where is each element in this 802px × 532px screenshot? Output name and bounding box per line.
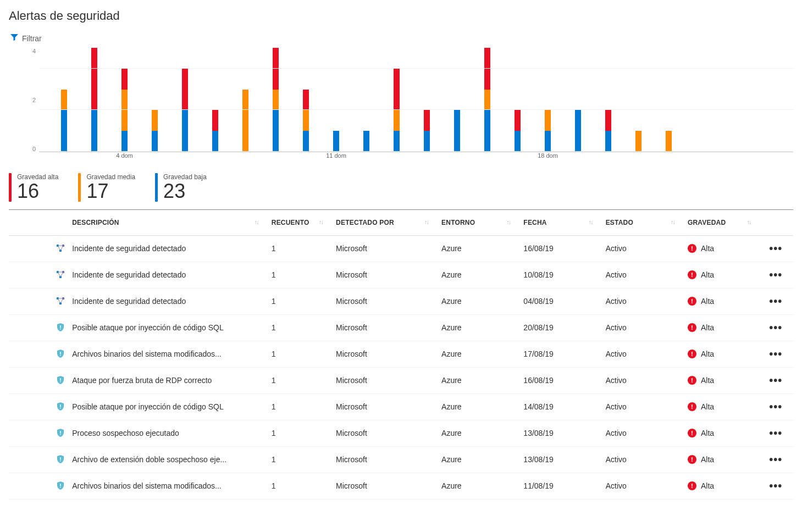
cell-recuento: 1 [272,288,336,314]
cell-descripcion: Posible ataque por inyección de código S… [72,314,272,341]
cell-gravedad: !Alta [688,314,764,341]
chart-bar[interactable] [635,48,641,152]
row-expand[interactable] [9,288,56,314]
col-recuento[interactable]: Recuento↑↓ [272,210,336,236]
severity-tile-high[interactable]: Gravedad alta16 [9,173,58,202]
row-expand[interactable] [9,235,56,262]
row-more-button[interactable]: ••• [769,374,782,386]
chart-bar[interactable] [484,48,490,152]
chart-bar[interactable] [91,48,97,152]
chart-bar[interactable] [333,48,339,152]
cell-descripcion: Archivos binarios del sistema modificado… [72,341,272,367]
row-more-button[interactable]: ••• [769,295,782,307]
col-descripcion[interactable]: Descripción↑↓ [72,210,272,236]
svg-rect-26 [60,431,61,434]
chart-bar[interactable] [152,48,158,152]
row-more-button[interactable]: ••• [769,348,782,360]
row-expand[interactable] [9,367,56,394]
chart-bar-segment-high [424,110,430,131]
col-expand [9,210,56,236]
row-expand[interactable] [9,394,56,420]
severity-tile-bar [78,173,81,202]
table-row[interactable]: Ataque por fuerza bruta de RDP correcto1… [9,367,793,394]
filter-button[interactable]: Filtrar [9,31,43,46]
chart-bar-segment-low [424,131,430,152]
chart-bar[interactable] [575,48,581,152]
chart-gridline [39,151,793,152]
chart-bar[interactable] [303,48,309,152]
sort-icon: ↑↓ [506,219,510,225]
row-expand[interactable] [9,262,56,288]
row-expand[interactable] [9,314,56,341]
severity-tile-value: 23 [163,181,207,202]
row-expand[interactable] [9,473,56,499]
sort-icon: ↑↓ [319,219,323,225]
row-more-button[interactable]: ••• [769,453,782,465]
table-row[interactable]: Posible ataque por inyección de código S… [9,394,793,420]
chart-bar[interactable] [273,48,279,152]
col-estado[interactable]: Estado↑↓ [606,210,688,236]
table-row[interactable]: Incidente de seguridad detectado1Microso… [9,235,793,262]
shield-icon [56,481,67,491]
cell-entorno: Azure [441,262,523,288]
cell-estado: Activo [606,367,688,394]
chart-bar[interactable] [666,48,672,152]
col-gravedad[interactable]: Gravedad↑↓ [688,210,764,236]
svg-line-5 [60,246,63,251]
chart-bar-segment-low [515,131,521,152]
table-row[interactable]: Incidente de seguridad detectado1Microso… [9,262,793,288]
shield-icon [56,402,67,412]
table-row[interactable]: Archivos binarios del sistema modificado… [9,341,793,367]
chart-bar-segment-low [333,131,339,152]
chart-bar[interactable] [121,48,128,152]
cell-fecha: 13/08/19 [523,420,605,446]
row-expand[interactable] [9,446,56,473]
cell-entorno: Azure [441,394,523,420]
severity-badge-label: Alta [701,429,714,437]
row-more-button[interactable]: ••• [769,480,782,492]
severity-tile-low[interactable]: Gravedad baja23 [155,173,207,202]
cell-descripcion: Archivo de extensión doble sospechoso ej… [72,446,272,473]
severity-tile-value: 17 [86,181,135,202]
cell-detectado-por: Microsoft [336,446,441,473]
cell-entorno: Azure [441,367,523,394]
col-fecha[interactable]: Fecha↑↓ [523,210,605,236]
severity-tile-bar [155,173,158,202]
chart-bar[interactable] [545,48,551,152]
cell-fecha: 13/08/19 [523,446,605,473]
cell-recuento: 1 [272,235,336,262]
table-row[interactable]: Incidente de seguridad detectado1Microso… [9,288,793,314]
svg-line-16 [58,298,60,303]
row-more-button[interactable]: ••• [769,269,782,281]
chart-xlabel: 18 dom [538,152,558,159]
chart-bar[interactable] [454,48,460,152]
table-row[interactable]: Posible ataque por inyección de código S… [9,314,793,341]
row-expand[interactable] [9,420,56,446]
chart-bar[interactable] [363,48,369,152]
row-more-button[interactable]: ••• [769,401,782,413]
table-row[interactable]: Archivos binarios del sistema modificado… [9,473,793,499]
chart-bar-segment-high [303,90,309,110]
severity-tile-medium[interactable]: Gravedad media17 [78,173,135,202]
chart-bar-segment-low [454,110,460,152]
row-more-button[interactable]: ••• [769,322,782,334]
chart-bar[interactable] [394,48,400,152]
row-more-button[interactable]: ••• [769,427,782,439]
cell-entorno: Azure [441,314,523,341]
row-expand[interactable] [9,341,56,367]
chart-bar[interactable] [515,48,521,152]
table-row[interactable]: Archivo de extensión doble sospechoso ej… [9,446,793,473]
cell-recuento: 1 [272,341,336,367]
row-more-button[interactable]: ••• [769,242,782,254]
col-entorno[interactable]: Entorno↑↓ [441,210,523,236]
table-row[interactable]: Proceso sospechoso ejecutado1MicrosoftAz… [9,420,793,446]
chart-bar[interactable] [182,48,188,152]
chart-bar-segment-high [182,69,188,110]
chart-ytick: 2 [32,97,36,103]
chart-bar[interactable] [605,48,611,152]
chart-bar[interactable] [212,48,218,152]
chart-bar[interactable] [242,48,248,152]
chart-bar[interactable] [424,48,430,152]
col-detectado-por[interactable]: Detectado por↑↓ [336,210,441,236]
chart-bar[interactable] [61,48,67,152]
